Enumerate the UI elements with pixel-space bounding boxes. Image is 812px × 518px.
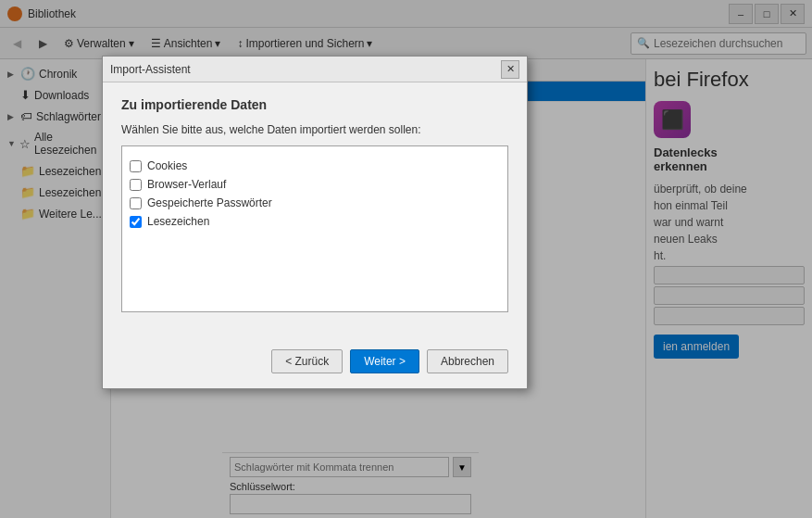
checkbox-item-passwoerter: Gespeicherte Passwörter bbox=[130, 196, 500, 209]
cancel-button[interactable]: Abbrechen bbox=[427, 349, 508, 373]
passwoerter-checkbox[interactable] bbox=[130, 197, 142, 209]
next-button[interactable]: Weiter > bbox=[350, 349, 419, 373]
checkbox-item-lesezeichen: Lesezeichen bbox=[130, 215, 500, 228]
checkbox-item-verlauf: Browser-Verlauf bbox=[130, 178, 500, 191]
main-window: Bibliothek – □ ✕ ◀ ▶ ⚙ Verwalten ☰ Ansic… bbox=[0, 0, 812, 518]
dialog-titlebar: Import-Assistent ✕ bbox=[103, 57, 527, 82]
cookies-checkbox[interactable] bbox=[130, 160, 142, 172]
dialog-title: Import-Assistent bbox=[110, 63, 501, 76]
lesezeichen-checkbox[interactable] bbox=[130, 216, 142, 228]
dialog-section-title: Zu importierende Daten bbox=[121, 97, 508, 112]
back-button[interactable]: < Zurück bbox=[271, 349, 343, 373]
import-dialog: Import-Assistent ✕ Zu importierende Date… bbox=[102, 56, 528, 389]
passwoerter-label[interactable]: Gespeicherte Passwörter bbox=[147, 196, 272, 209]
lesezeichen-label[interactable]: Lesezeichen bbox=[147, 215, 209, 228]
dialog-buttons: < Zurück Weiter > Abbrechen bbox=[103, 342, 527, 388]
checkbox-listbox: Cookies Browser-Verlauf Gespeicherte Pas… bbox=[121, 145, 508, 312]
verlauf-label[interactable]: Browser-Verlauf bbox=[147, 178, 226, 191]
verlauf-checkbox[interactable] bbox=[130, 179, 142, 191]
checkbox-item-cookies: Cookies bbox=[130, 159, 500, 172]
cookies-label[interactable]: Cookies bbox=[147, 159, 187, 172]
dialog-close-button[interactable]: ✕ bbox=[501, 60, 519, 79]
dialog-description: Wählen Sie bitte aus, welche Daten impor… bbox=[121, 123, 508, 136]
dialog-body: Zu importierende Daten Wählen Sie bitte … bbox=[103, 82, 527, 342]
